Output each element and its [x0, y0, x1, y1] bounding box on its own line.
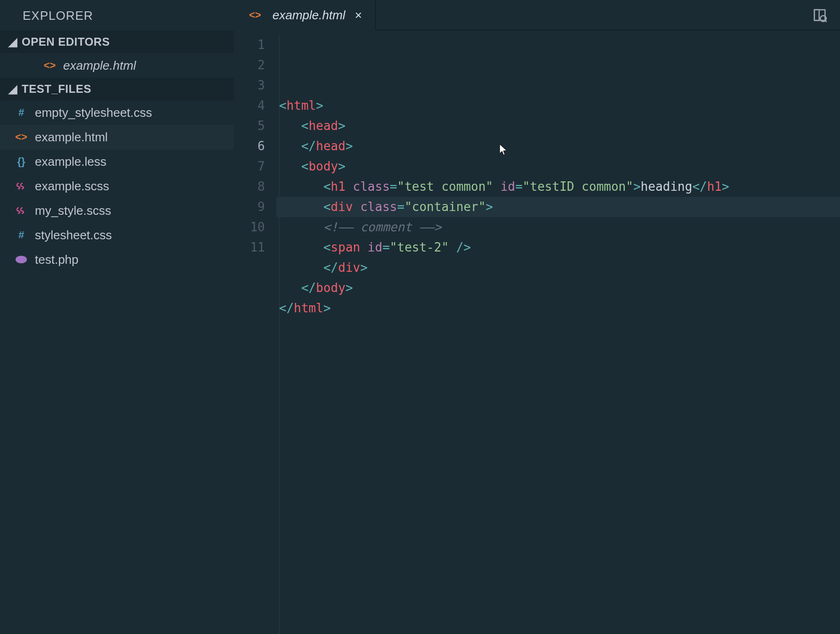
- css-icon: #: [14, 229, 28, 241]
- explorer-sidebar: EXPLORER ◢ OPEN EDITORS <> example.html …: [0, 0, 234, 634]
- file-label: example.scss: [35, 179, 109, 194]
- editor-pane: <> example.html × 1234567891011 <html> <…: [234, 0, 840, 634]
- line-number: 11: [234, 237, 265, 258]
- line-number: 3: [234, 75, 265, 96]
- svg-point-0: [16, 256, 27, 263]
- code-area[interactable]: 1234567891011 <html> <head> </head> <bod…: [234, 30, 840, 634]
- explorer-title: EXPLORER: [0, 0, 234, 31]
- scss-icon: [14, 205, 28, 216]
- code-line[interactable]: <body>: [276, 156, 840, 177]
- file-label: example.less: [35, 154, 107, 169]
- code-line[interactable]: <!—— comment ——>: [276, 217, 840, 237]
- code-content[interactable]: <html> <head> </head> <body> <h1 class="…: [276, 35, 840, 634]
- file-tree-item[interactable]: test.php: [0, 247, 234, 272]
- line-number: 2: [234, 55, 265, 75]
- open-editors-header[interactable]: ◢ OPEN EDITORS: [0, 31, 234, 53]
- line-number: 4: [234, 96, 265, 116]
- css-icon: #: [14, 106, 28, 119]
- tab-example-html[interactable]: <> example.html ×: [234, 0, 376, 30]
- chevron-down-icon: ◢: [8, 35, 19, 49]
- html-icon: <>: [248, 9, 262, 21]
- file-tree: #empty_stylesheet.css<>example.html{}exa…: [0, 100, 234, 272]
- file-label: stylesheet.css: [35, 228, 112, 243]
- line-number: 1: [234, 35, 265, 55]
- line-number: 9: [234, 197, 265, 217]
- line-number: 8: [234, 177, 265, 197]
- code-line[interactable]: <div class="container">: [276, 197, 840, 217]
- file-label: example.html: [35, 130, 108, 145]
- tabbar-actions: [813, 0, 840, 30]
- split-editor-icon[interactable]: [813, 8, 827, 22]
- less-icon: {}: [14, 155, 28, 168]
- folder-header[interactable]: ◢ TEST_FILES: [0, 78, 234, 100]
- code-line[interactable]: <span id="test-2" />: [276, 237, 840, 258]
- code-line[interactable]: </div>: [276, 258, 840, 278]
- tab-bar: <> example.html ×: [234, 0, 840, 30]
- code-line[interactable]: </head>: [276, 136, 840, 156]
- mouse-cursor-icon: [499, 142, 508, 163]
- html-icon: <>: [42, 59, 57, 72]
- chevron-down-icon: ◢: [8, 82, 19, 96]
- file-label: test.php: [35, 252, 79, 267]
- scss-icon: [14, 180, 28, 192]
- code-line[interactable]: <h1 class="test common" id="testID commo…: [276, 177, 840, 197]
- code-line[interactable]: </html>: [276, 298, 840, 318]
- open-editor-label: example.html: [63, 58, 136, 73]
- close-icon[interactable]: ×: [352, 8, 365, 23]
- file-tree-item[interactable]: my_style.scss: [0, 198, 234, 223]
- file-label: empty_stylesheet.css: [35, 106, 152, 120]
- tabbar-spacer: [376, 0, 813, 30]
- line-number: 7: [234, 156, 265, 177]
- php-icon: [14, 255, 28, 264]
- file-tree-item[interactable]: <>example.html: [0, 125, 234, 149]
- html-icon: <>: [14, 131, 28, 143]
- svg-rect-2: [815, 9, 819, 20]
- file-tree-item[interactable]: example.scss: [0, 174, 234, 198]
- file-tree-item[interactable]: {}example.less: [0, 149, 234, 174]
- folder-label: TEST_FILES: [22, 82, 91, 96]
- svg-line-4: [825, 20, 827, 22]
- code-line[interactable]: </body>: [276, 278, 840, 298]
- line-number-gutter: 1234567891011: [234, 35, 276, 634]
- line-number: 10: [234, 217, 265, 237]
- code-line[interactable]: <html>: [276, 96, 840, 116]
- tab-label: example.html: [272, 8, 346, 23]
- line-number: 5: [234, 116, 265, 136]
- file-tree-item[interactable]: #empty_stylesheet.css: [0, 100, 234, 125]
- file-label: my_style.scss: [35, 203, 111, 218]
- file-tree-item[interactable]: #stylesheet.css: [0, 223, 234, 247]
- open-editors-label: OPEN EDITORS: [22, 35, 110, 49]
- line-number: 6: [234, 136, 265, 156]
- open-editor-item[interactable]: <> example.html: [0, 53, 234, 78]
- code-line[interactable]: <head>: [276, 116, 840, 136]
